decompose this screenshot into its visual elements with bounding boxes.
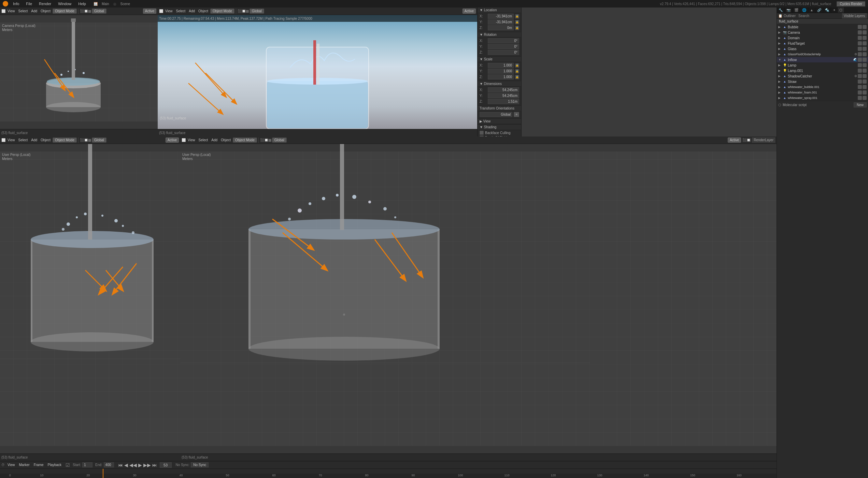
br-menu-add[interactable]: Add <box>210 138 219 142</box>
scale-z[interactable]: 1.000 <box>488 74 514 79</box>
br-menu-view[interactable]: View <box>186 138 197 142</box>
location-y[interactable]: -31.941cm <box>488 19 514 25</box>
rotation-expand[interactable]: ▼ <box>480 33 484 37</box>
camera-render[interactable] <box>863 30 867 34</box>
fps-selector[interactable]: No Sync <box>191 462 209 467</box>
outliner-item-wwbubble[interactable]: ▶ ▲ whitewater_bubble.001 <box>777 84 868 90</box>
play-reverse-btn[interactable]: ◀◀ <box>129 462 137 468</box>
viewport-bottomright[interactable]: ⬜ View Select Add Object Object Mode ⬛🔲▦… <box>180 136 777 461</box>
viewport-bottomleft[interactable]: ⬜ View Select Add Object Object Mode ⬛🔲▦… <box>0 136 180 461</box>
menu-file[interactable]: File <box>24 2 34 6</box>
prev-frame-btn[interactable]: ◀ <box>124 462 128 468</box>
timeline-playback[interactable]: Playback <box>46 463 63 467</box>
dim-x[interactable]: 54.245cm <box>488 87 519 92</box>
tab-materials[interactable]: ⬡ <box>838 8 844 13</box>
tab-world[interactable]: 🌐 <box>800 8 808 13</box>
viewport-topleft[interactable]: ⬜ View Select Add Object Object Mode ⬛🔲▦… <box>0 8 158 136</box>
fluidtarget-eye[interactable] <box>858 41 862 45</box>
menu-window[interactable]: Window <box>56 2 73 6</box>
wwfoam-render[interactable] <box>863 90 867 95</box>
br-menu-object[interactable]: Object <box>219 138 232 142</box>
vp-menu-add[interactable]: Add <box>30 9 39 13</box>
wwfoam-eye[interactable] <box>858 90 862 95</box>
straw-render[interactable] <box>863 79 867 84</box>
glass-eye[interactable] <box>858 47 862 51</box>
domain-eye[interactable] <box>858 36 862 40</box>
glassfluid-eye[interactable] <box>858 52 862 56</box>
br-menu-select[interactable]: Select <box>197 138 210 142</box>
wwspray-eye[interactable] <box>858 96 862 100</box>
bubble-render[interactable] <box>863 25 867 29</box>
bubble-eye[interactable] <box>858 25 862 29</box>
inflow-eye[interactable] <box>858 58 862 62</box>
location-z[interactable]: 0m <box>488 25 514 30</box>
fluidtarget-render[interactable] <box>863 41 867 45</box>
menu-help[interactable]: Help <box>76 2 88 6</box>
rotation-z[interactable]: 0° <box>488 50 519 55</box>
view-section-header[interactable]: ▶ View <box>478 118 521 124</box>
camera-eye[interactable] <box>858 30 862 34</box>
bl-shading[interactable]: Global <box>92 137 106 143</box>
location-x[interactable]: -31.941cm <box>488 14 514 19</box>
end-frame-input[interactable]: 400 <box>104 462 114 467</box>
outliner-item-fluidtarget[interactable]: ▶ ▲ FluidTarget <box>777 41 868 46</box>
bl-menu-view[interactable]: View <box>6 138 16 142</box>
outliner-item-inflow[interactable]: ▼ ▲ Inflow 🌊 <box>777 57 868 62</box>
outliner-item-lamp001[interactable]: ▶ 💡 Lamp.001 <box>777 68 868 73</box>
lamp001-render[interactable] <box>863 69 867 73</box>
vp-br-content[interactable]: User Persp (Local) Meters <box>180 144 777 453</box>
tab-render[interactable]: 📷 <box>785 8 793 13</box>
bl-menu-add[interactable]: Add <box>30 138 39 142</box>
inflow-extra[interactable]: 🌊 <box>853 58 857 61</box>
dims-expand[interactable]: ▼ <box>480 82 484 86</box>
shadowcatcher-extra[interactable]: ⚙ <box>854 74 857 78</box>
lock-z[interactable]: 🔒 <box>515 26 519 30</box>
wwspray-render[interactable] <box>863 96 867 100</box>
outliner-item-domain[interactable]: ▶ ▲ Domain <box>777 35 868 41</box>
skip-end-btn[interactable]: ⏭ <box>152 462 157 468</box>
render-engine-selector[interactable]: Cycles Render <box>837 2 865 6</box>
viewport-render[interactable]: ⬜ View Select Add Object Object Mode ⬛🔲▦… <box>158 8 477 136</box>
tab-particles[interactable]: ✦ <box>831 8 838 13</box>
render-menu-object[interactable]: Object <box>197 9 210 13</box>
lock-y[interactable]: 🔒 <box>515 20 519 24</box>
current-frame-input[interactable]: 53 <box>160 462 172 468</box>
render-menu-view[interactable]: View <box>164 9 174 13</box>
dim-z[interactable]: 1.51m <box>488 99 519 104</box>
location-expand[interactable]: ▼ <box>480 8 484 12</box>
scale-expand[interactable]: ▼ <box>480 57 484 61</box>
shadowcatcher-render[interactable] <box>863 74 867 78</box>
vp-menu-view[interactable]: View <box>6 9 16 13</box>
bl-mode-selector[interactable]: Object Mode <box>53 137 77 143</box>
dim-y[interactable]: 54.245cm <box>488 93 519 98</box>
play-btn[interactable]: ▶ <box>138 462 142 468</box>
outliner-item-glass[interactable]: ▶ ▲ Glass <box>777 46 868 52</box>
outliner-item-wwspray[interactable]: ▶ ▲ whitewater_spray.001 <box>777 95 868 101</box>
mode-selector[interactable]: Object Mode <box>53 9 77 14</box>
timeline-marker[interactable]: Marker <box>18 463 31 467</box>
tab-object[interactable]: ▲ <box>808 8 815 13</box>
visible-layers-btn[interactable]: Visible Layers <box>842 14 867 18</box>
shadowcatcher-eye[interactable] <box>858 74 862 78</box>
bl-menu-object[interactable]: Object <box>39 138 52 142</box>
render-shading[interactable]: Global <box>250 9 264 14</box>
br-shading[interactable]: Global <box>272 137 287 143</box>
scale-y[interactable]: 1.000 <box>488 69 514 74</box>
straw-eye[interactable] <box>858 79 862 84</box>
outliner-item-shadowcatcher[interactable]: ▶ ▲ ShadowCatcher ⚙ <box>777 73 868 79</box>
scale-x[interactable]: 1.000 <box>488 63 514 68</box>
render-menu-select[interactable]: Select <box>175 9 187 13</box>
vp-menu-object[interactable]: Object <box>39 9 52 13</box>
lamp-render[interactable] <box>863 63 867 67</box>
timeline-ruler-area[interactable]: 0 10 20 30 40 50 60 70 80 90 100 110 120… <box>0 469 777 478</box>
render-layer-label[interactable]: RenderLayer <box>752 137 775 143</box>
lock-x[interactable]: 🔒 <box>515 14 519 18</box>
transform-orientations-header[interactable]: Transform Orientations <box>478 105 521 111</box>
bl-menu-select[interactable]: Select <box>17 138 29 142</box>
menu-info[interactable]: Info <box>11 2 21 6</box>
outliner-item-wwfoam[interactable]: ▶ ▲ whitewater_foam.001 <box>777 90 868 95</box>
outliner-item-camera[interactable]: ▶ 📷 Camera <box>777 30 868 35</box>
tab-tool[interactable]: 🔧 <box>777 8 785 13</box>
br-mode-selector[interactable]: Object Mode <box>233 137 257 143</box>
wwbubble-eye[interactable] <box>858 85 862 89</box>
